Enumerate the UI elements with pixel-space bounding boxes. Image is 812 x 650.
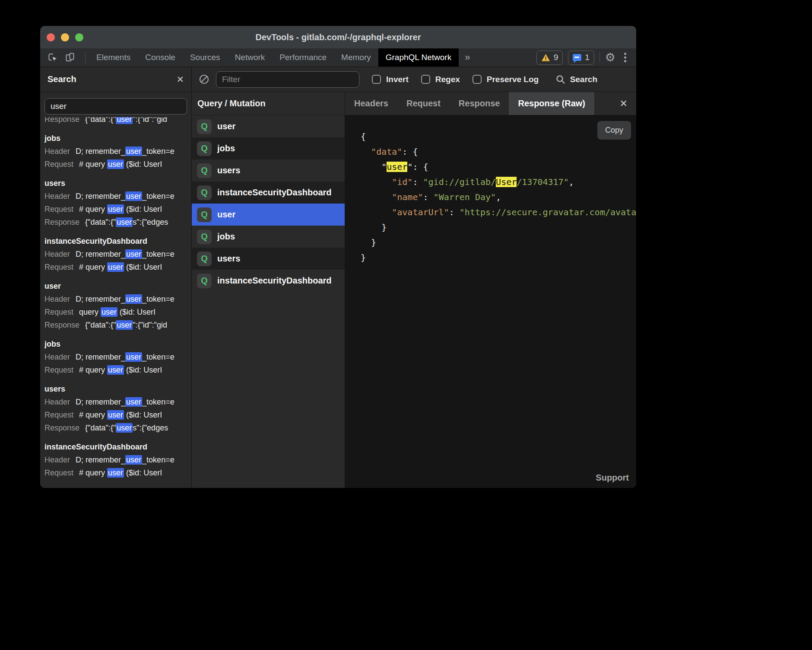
query-list-item-instancesecuritydashboard[interactable]: QinstanceSecurityDashboard [192,270,345,292]
json-line: "name": "Warren Day", [361,190,636,205]
tab-elements[interactable]: Elements [89,48,138,67]
query-list-item-users[interactable]: Qusers [192,248,345,270]
network-search-control[interactable]: Search [555,74,597,85]
query-list-item-users[interactable]: Qusers [192,159,345,182]
close-search-icon[interactable]: ✕ [176,75,184,84]
kebab-menu-icon[interactable] [621,52,629,63]
json-token: "https://secure.gravatar.com/avatar [460,207,636,217]
checkbox-preserve-log[interactable]: Preserve Log [473,75,539,84]
result-text: D; remember_user_token=e [76,455,174,465]
search-match-highlight: user [125,191,142,201]
search-result-row[interactable]: Request# query user ($id: UserI [44,363,191,376]
inspect-element-icon[interactable] [47,52,58,63]
tab-memory[interactable]: Memory [334,48,378,67]
checkbox-regex[interactable]: Regex [421,75,460,84]
search-result-row[interactable]: Response{"data":{"users":{"edges [44,216,191,229]
response-tabs: HeadersRequestResponseResponse (Raw) [345,92,594,115]
search-result-row[interactable]: HeaderD; remember_user_token=e [44,145,191,158]
search-result-row[interactable]: Request# query user ($id: UserI [44,466,191,479]
result-text: # query user ($id: UserI [79,204,162,214]
search-group-title[interactable]: jobs [44,338,191,350]
close-detail-icon[interactable]: ✕ [620,99,628,108]
tab-performance[interactable]: Performance [272,48,334,67]
json-token: : { [402,147,418,157]
search-result-row[interactable]: HeaderD; remember_user_token=e [44,190,191,203]
search-icon [555,74,566,85]
search-result-row[interactable]: Request# query user ($id: UserI [44,408,191,421]
filter-input[interactable] [216,71,359,88]
result-type-label: Request [44,160,73,169]
result-text-part: _token=e [142,353,174,361]
clear-requests-icon[interactable] [198,73,210,85]
search-result-row[interactable]: HeaderD; remember_user_token=e [44,248,191,261]
result-text-part: ($id: UserI [124,468,162,477]
tab-console[interactable]: Console [138,48,183,67]
result-text-part: ($id: UserI [124,263,162,271]
response-tab-request[interactable]: Request [397,92,450,115]
search-group-title[interactable]: instanceSecurityDashboard [44,440,191,453]
checkbox-invert[interactable]: Invert [372,75,409,84]
search-group-title[interactable]: users [44,382,191,395]
search-match-highlight: user [387,162,407,172]
search-group-title[interactable]: instanceSecurityDashboard [44,235,191,248]
json-token: "data" [371,147,402,157]
query-list-item-jobs[interactable]: Qjobs [192,137,345,159]
response-tab-response-raw[interactable]: Response (Raw) [509,92,594,115]
search-group-title[interactable]: jobs [44,132,191,145]
query-list-item-user[interactable]: Quser [192,204,345,226]
warning-triangle-icon [541,54,550,62]
query-list-item-instancesecuritydashboard[interactable]: QinstanceSecurityDashboard [192,182,345,204]
search-result-row[interactable]: Request# query user ($id: UserI [44,203,191,216]
result-type-label: Header [44,456,70,464]
tab-network[interactable]: Network [228,48,273,67]
result-type-label: Header [44,147,70,156]
issues-badge[interactable]: 1 [568,51,594,65]
result-text-part: D; remember_ [76,398,125,406]
json-token: "id" [392,177,412,187]
search-group-title[interactable]: user [44,280,191,293]
warnings-badge[interactable]: 9 [536,51,563,65]
result-type-label: Response [44,117,79,124]
search-result-row[interactable]: Request# query user ($id: UserI [44,261,191,274]
result-text-part: D; remember_ [76,192,125,201]
json-viewer: { "data": { "user": { "id": "gid://gitla… [361,129,636,265]
search-result-row[interactable]: HeaderD; remember_user_token=e [44,293,191,306]
search-result-row[interactable]: HeaderD; remember_user_token=e [44,350,191,363]
search-result-row[interactable]: Requestquery user ($id: UserI [44,306,191,319]
search-result-row[interactable]: HeaderD; remember_user_token=e [44,395,191,408]
query-label: jobs [217,143,235,153]
response-tab-headers[interactable]: Headers [345,92,397,115]
tab-graphql-network[interactable]: GraphQL Network [378,48,459,67]
tab-sources[interactable]: Sources [183,48,228,67]
device-toolbar-icon[interactable] [64,52,76,63]
search-group-title[interactable]: users [44,177,191,190]
search-match-highlight: user [107,159,124,169]
result-type-label: Response [44,321,79,329]
query-type-icon: Q [197,141,212,156]
support-link[interactable]: Support [596,473,629,483]
query-label: instanceSecurityDashboard [217,188,332,198]
query-list: QuserQjobsQusersQinstanceSecurityDashboa… [192,115,345,292]
search-result-row[interactable]: Response{"data":{"users":{"edges [44,421,191,434]
search-result-row[interactable]: Request# query user ($id: UserI [44,158,191,171]
search-match-highlight: user [107,468,124,478]
search-result-row[interactable]: HeaderD; remember_user_token=e [44,453,191,466]
issues-count: 1 [585,53,590,62]
result-text-part: ":{"id":"gid [133,117,167,124]
json-token: "gid://gitlab/ [423,177,496,187]
search-result-row[interactable]: Response{"data":{"user":{"id":"gid [44,117,191,126]
query-label: user [217,121,235,131]
copy-button[interactable]: Copy [597,121,631,140]
settings-gear-icon[interactable]: ⚙ [605,52,615,64]
query-list-item-user[interactable]: Quser [192,115,345,137]
devtools-window: DevTools - gitlab.com/-/graphql-explorer… [40,26,636,488]
result-text: {"data":{"users":{"edges [85,423,168,433]
search-input[interactable] [44,98,187,115]
response-tab-response[interactable]: Response [450,92,509,115]
query-list-item-jobs[interactable]: Qjobs [192,226,345,248]
search-match-highlight: user [107,262,124,272]
result-text-part: # query [79,160,107,169]
search-match-highlight: User [496,177,517,187]
search-result-row[interactable]: Response{"data":{"user":{"id":"gid [44,319,191,331]
more-tabs-chevron-icon[interactable]: » [459,48,476,67]
